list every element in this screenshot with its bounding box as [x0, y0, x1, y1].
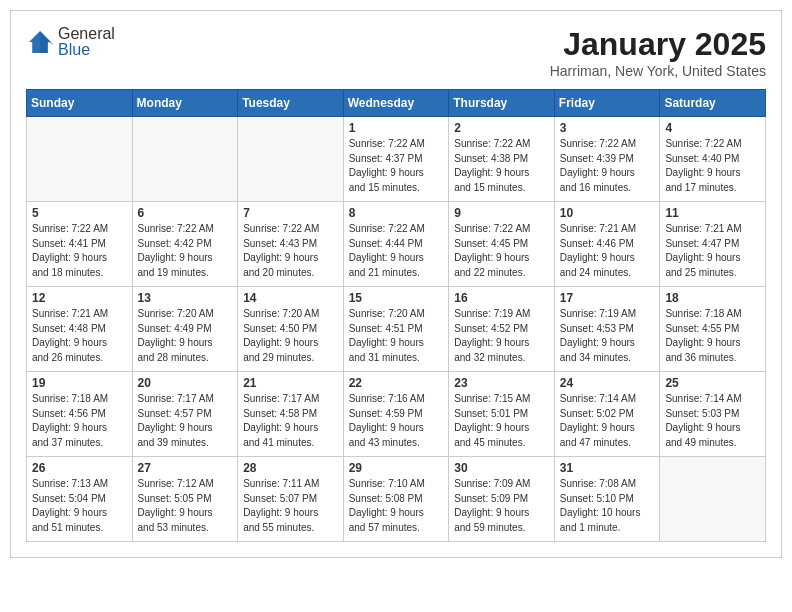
title-block: January 2025 Harriman, New York, United … — [550, 26, 766, 79]
logo: General Blue — [26, 26, 115, 58]
calendar-cell: 1Sunrise: 7:22 AM Sunset: 4:37 PM Daylig… — [343, 117, 449, 202]
day-number: 6 — [138, 206, 233, 220]
day-info: Sunrise: 7:17 AM Sunset: 4:58 PM Dayligh… — [243, 392, 338, 450]
day-info: Sunrise: 7:20 AM Sunset: 4:49 PM Dayligh… — [138, 307, 233, 365]
calendar-cell — [27, 117, 133, 202]
logo-general: General — [58, 25, 115, 42]
day-info: Sunrise: 7:16 AM Sunset: 4:59 PM Dayligh… — [349, 392, 444, 450]
calendar-cell: 28Sunrise: 7:11 AM Sunset: 5:07 PM Dayli… — [238, 457, 344, 542]
day-info: Sunrise: 7:18 AM Sunset: 4:55 PM Dayligh… — [665, 307, 760, 365]
calendar-cell: 3Sunrise: 7:22 AM Sunset: 4:39 PM Daylig… — [554, 117, 660, 202]
day-number: 5 — [32, 206, 127, 220]
day-header-monday: Monday — [132, 90, 238, 117]
logo-icon — [26, 28, 54, 56]
calendar-cell: 29Sunrise: 7:10 AM Sunset: 5:08 PM Dayli… — [343, 457, 449, 542]
day-info: Sunrise: 7:22 AM Sunset: 4:39 PM Dayligh… — [560, 137, 655, 195]
calendar-cell: 27Sunrise: 7:12 AM Sunset: 5:05 PM Dayli… — [132, 457, 238, 542]
day-info: Sunrise: 7:22 AM Sunset: 4:41 PM Dayligh… — [32, 222, 127, 280]
day-info: Sunrise: 7:15 AM Sunset: 5:01 PM Dayligh… — [454, 392, 549, 450]
day-number: 30 — [454, 461, 549, 475]
calendar-cell: 23Sunrise: 7:15 AM Sunset: 5:01 PM Dayli… — [449, 372, 555, 457]
day-info: Sunrise: 7:22 AM Sunset: 4:43 PM Dayligh… — [243, 222, 338, 280]
day-number: 1 — [349, 121, 444, 135]
day-info: Sunrise: 7:11 AM Sunset: 5:07 PM Dayligh… — [243, 477, 338, 535]
day-info: Sunrise: 7:22 AM Sunset: 4:45 PM Dayligh… — [454, 222, 549, 280]
day-info: Sunrise: 7:22 AM Sunset: 4:40 PM Dayligh… — [665, 137, 760, 195]
day-number: 20 — [138, 376, 233, 390]
calendar-cell: 18Sunrise: 7:18 AM Sunset: 4:55 PM Dayli… — [660, 287, 766, 372]
calendar-cell: 7Sunrise: 7:22 AM Sunset: 4:43 PM Daylig… — [238, 202, 344, 287]
day-number: 28 — [243, 461, 338, 475]
day-number: 29 — [349, 461, 444, 475]
calendar-page: General Blue January 2025 Harriman, New … — [10, 10, 782, 558]
day-info: Sunrise: 7:22 AM Sunset: 4:42 PM Dayligh… — [138, 222, 233, 280]
day-info: Sunrise: 7:20 AM Sunset: 4:51 PM Dayligh… — [349, 307, 444, 365]
day-number: 26 — [32, 461, 127, 475]
day-header-row: SundayMondayTuesdayWednesdayThursdayFrid… — [27, 90, 766, 117]
calendar-cell: 13Sunrise: 7:20 AM Sunset: 4:49 PM Dayli… — [132, 287, 238, 372]
week-row-4: 19Sunrise: 7:18 AM Sunset: 4:56 PM Dayli… — [27, 372, 766, 457]
week-row-3: 12Sunrise: 7:21 AM Sunset: 4:48 PM Dayli… — [27, 287, 766, 372]
day-number: 7 — [243, 206, 338, 220]
day-header-saturday: Saturday — [660, 90, 766, 117]
calendar-cell: 26Sunrise: 7:13 AM Sunset: 5:04 PM Dayli… — [27, 457, 133, 542]
day-number: 13 — [138, 291, 233, 305]
calendar-cell: 10Sunrise: 7:21 AM Sunset: 4:46 PM Dayli… — [554, 202, 660, 287]
day-info: Sunrise: 7:12 AM Sunset: 5:05 PM Dayligh… — [138, 477, 233, 535]
calendar-cell: 4Sunrise: 7:22 AM Sunset: 4:40 PM Daylig… — [660, 117, 766, 202]
day-number: 22 — [349, 376, 444, 390]
calendar-cell: 31Sunrise: 7:08 AM Sunset: 5:10 PM Dayli… — [554, 457, 660, 542]
day-number: 16 — [454, 291, 549, 305]
day-info: Sunrise: 7:10 AM Sunset: 5:08 PM Dayligh… — [349, 477, 444, 535]
day-number: 18 — [665, 291, 760, 305]
calendar-cell: 24Sunrise: 7:14 AM Sunset: 5:02 PM Dayli… — [554, 372, 660, 457]
day-number: 9 — [454, 206, 549, 220]
day-number: 27 — [138, 461, 233, 475]
day-info: Sunrise: 7:17 AM Sunset: 4:57 PM Dayligh… — [138, 392, 233, 450]
calendar-cell: 20Sunrise: 7:17 AM Sunset: 4:57 PM Dayli… — [132, 372, 238, 457]
calendar-cell: 14Sunrise: 7:20 AM Sunset: 4:50 PM Dayli… — [238, 287, 344, 372]
day-info: Sunrise: 7:19 AM Sunset: 4:53 PM Dayligh… — [560, 307, 655, 365]
svg-marker-2 — [40, 31, 54, 53]
calendar-cell: 19Sunrise: 7:18 AM Sunset: 4:56 PM Dayli… — [27, 372, 133, 457]
calendar-cell: 15Sunrise: 7:20 AM Sunset: 4:51 PM Dayli… — [343, 287, 449, 372]
calendar-cell: 22Sunrise: 7:16 AM Sunset: 4:59 PM Dayli… — [343, 372, 449, 457]
day-number: 14 — [243, 291, 338, 305]
day-number: 21 — [243, 376, 338, 390]
calendar-cell: 11Sunrise: 7:21 AM Sunset: 4:47 PM Dayli… — [660, 202, 766, 287]
calendar-cell: 17Sunrise: 7:19 AM Sunset: 4:53 PM Dayli… — [554, 287, 660, 372]
day-number: 8 — [349, 206, 444, 220]
header: General Blue January 2025 Harriman, New … — [26, 26, 766, 79]
day-header-wednesday: Wednesday — [343, 90, 449, 117]
day-number: 3 — [560, 121, 655, 135]
day-info: Sunrise: 7:22 AM Sunset: 4:38 PM Dayligh… — [454, 137, 549, 195]
day-info: Sunrise: 7:21 AM Sunset: 4:47 PM Dayligh… — [665, 222, 760, 280]
day-number: 24 — [560, 376, 655, 390]
day-info: Sunrise: 7:22 AM Sunset: 4:44 PM Dayligh… — [349, 222, 444, 280]
calendar-cell: 5Sunrise: 7:22 AM Sunset: 4:41 PM Daylig… — [27, 202, 133, 287]
location: Harriman, New York, United States — [550, 63, 766, 79]
day-info: Sunrise: 7:21 AM Sunset: 4:46 PM Dayligh… — [560, 222, 655, 280]
calendar-cell — [132, 117, 238, 202]
day-header-tuesday: Tuesday — [238, 90, 344, 117]
day-info: Sunrise: 7:19 AM Sunset: 4:52 PM Dayligh… — [454, 307, 549, 365]
day-number: 4 — [665, 121, 760, 135]
calendar-cell: 9Sunrise: 7:22 AM Sunset: 4:45 PM Daylig… — [449, 202, 555, 287]
logo-blue: Blue — [58, 41, 90, 58]
logo-text: General Blue — [58, 26, 115, 58]
calendar-cell — [660, 457, 766, 542]
day-number: 19 — [32, 376, 127, 390]
week-row-2: 5Sunrise: 7:22 AM Sunset: 4:41 PM Daylig… — [27, 202, 766, 287]
day-number: 10 — [560, 206, 655, 220]
day-info: Sunrise: 7:14 AM Sunset: 5:03 PM Dayligh… — [665, 392, 760, 450]
day-info: Sunrise: 7:22 AM Sunset: 4:37 PM Dayligh… — [349, 137, 444, 195]
calendar-table: SundayMondayTuesdayWednesdayThursdayFrid… — [26, 89, 766, 542]
month-title: January 2025 — [550, 26, 766, 63]
day-number: 23 — [454, 376, 549, 390]
day-info: Sunrise: 7:09 AM Sunset: 5:09 PM Dayligh… — [454, 477, 549, 535]
calendar-cell: 21Sunrise: 7:17 AM Sunset: 4:58 PM Dayli… — [238, 372, 344, 457]
day-number: 25 — [665, 376, 760, 390]
calendar-cell — [238, 117, 344, 202]
calendar-cell: 12Sunrise: 7:21 AM Sunset: 4:48 PM Dayli… — [27, 287, 133, 372]
day-info: Sunrise: 7:14 AM Sunset: 5:02 PM Dayligh… — [560, 392, 655, 450]
